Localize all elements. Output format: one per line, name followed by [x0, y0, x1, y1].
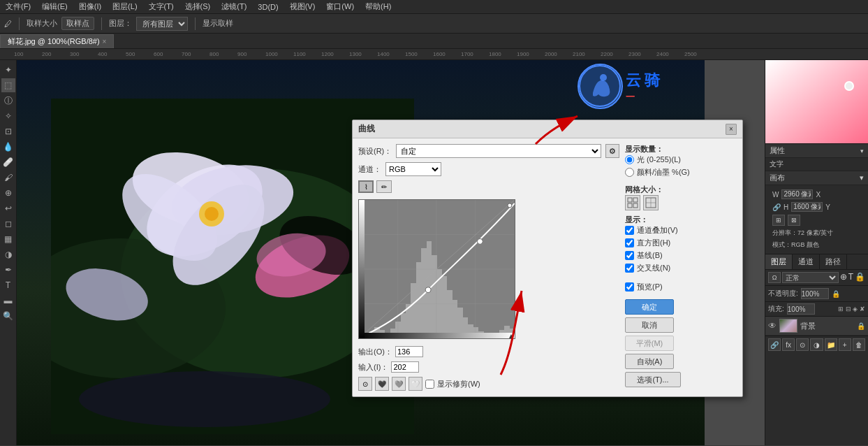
menu-item-image[interactable]: 图像(I): [76, 1, 104, 12]
tab-layers[interactable]: 图层: [765, 254, 793, 269]
show-clip-checkbox[interactable]: [425, 380, 434, 389]
text-prop-row[interactable]: 文字: [765, 158, 868, 171]
grid-size-label: 网格大小：: [625, 185, 737, 195]
curve-eyedropper-black[interactable]: 🖤: [375, 377, 389, 391]
width-input[interactable]: [781, 189, 813, 199]
bottom-triangle: ▲: [508, 332, 515, 340]
eraser-tool[interactable]: ◻: [1, 217, 15, 231]
dialog-titlebar: 曲线 ×: [353, 120, 742, 138]
props-panel-title[interactable]: 属性 ▾: [765, 144, 868, 158]
history-brush-tool[interactable]: ↩: [1, 201, 15, 215]
zoom-tool[interactable]: 🔍: [1, 309, 15, 323]
gradient-tool[interactable]: ▦: [1, 232, 15, 246]
preset-label: 预设(R)：: [358, 146, 392, 157]
layer-item-background[interactable]: 👁 背景 🔒: [765, 317, 868, 336]
menu-item-select[interactable]: 选择(S): [182, 1, 214, 12]
auto-button[interactable]: 自动(A): [625, 354, 674, 369]
check-crosshair[interactable]: [625, 264, 634, 273]
sample-size-btn[interactable]: 取样点: [61, 17, 94, 30]
color-gradient[interactable]: [765, 60, 868, 143]
add-mask-btn[interactable]: ⊙: [796, 338, 809, 351]
add-style-btn[interactable]: fx: [782, 338, 795, 351]
grid-btn-large[interactable]: [643, 195, 659, 210]
check-baseline[interactable]: [625, 251, 634, 260]
check-channel-overlay[interactable]: [625, 226, 634, 235]
clone-tool[interactable]: ⊕: [1, 186, 15, 200]
brush-tool[interactable]: 🖌: [1, 171, 15, 185]
new-adjustment-btn[interactable]: ◑: [810, 338, 823, 351]
lasso-tool[interactable]: ⓛ: [1, 94, 15, 108]
menu-item-file[interactable]: 文件(F): [3, 1, 34, 12]
output-input[interactable]: [395, 346, 423, 357]
menu-item-edit[interactable]: 编辑(E): [39, 1, 71, 12]
pen-tool[interactable]: ✒: [1, 263, 15, 277]
props-chevron-icon: ▾: [860, 148, 864, 154]
curve-tool-bottom-1[interactable]: ⊙: [358, 377, 372, 391]
dialog-title: 曲线: [358, 123, 375, 135]
right-panel: 属性 ▾ 文字 画布 ▾ W X 🔗 H Y ⊞: [765, 60, 868, 445]
height-input[interactable]: [791, 202, 823, 212]
dodge-tool[interactable]: ◑: [1, 247, 15, 261]
cancel-button[interactable]: 取消: [625, 317, 674, 333]
x-label: X: [816, 191, 821, 199]
radio-pigment[interactable]: [625, 168, 634, 177]
menu-item-window[interactable]: 窗口(W): [323, 1, 357, 12]
dialog-close-button[interactable]: ×: [726, 124, 737, 135]
grid-size-section: 网格大小：: [625, 182, 737, 210]
patch-tool[interactable]: 🩹: [1, 155, 15, 169]
link-layers-btn[interactable]: 🔗: [768, 338, 781, 351]
curve-graph[interactable]: ▲: [358, 199, 515, 339]
sample-size-label: 取样大小: [27, 18, 57, 29]
eyedropper-tool[interactable]: 💧: [1, 140, 15, 154]
check-preview[interactable]: [625, 282, 634, 292]
curve-eyedropper-gray[interactable]: 🩶: [392, 377, 406, 391]
options-button[interactable]: 选项(T)...: [625, 372, 681, 387]
preset-gear-button[interactable]: ⚙: [605, 144, 619, 158]
document-tab[interactable]: 鲜花.jpg @ 100%(RGB/8#) ×: [0, 34, 114, 48]
canvas-section-title[interactable]: 画布 ▾: [765, 171, 868, 185]
grid-btn-small[interactable]: [625, 195, 640, 210]
canvas-icon-btn-1[interactable]: ⊞: [772, 215, 785, 226]
text-tool[interactable]: T: [1, 278, 15, 292]
channel-select[interactable]: RGB: [385, 162, 441, 176]
curve-draw-tool[interactable]: ✏: [376, 180, 392, 193]
blend-mode-select[interactable]: 正常: [782, 272, 839, 283]
move-tool[interactable]: ✦: [1, 63, 15, 77]
quick-select-tool[interactable]: ✧: [1, 109, 15, 123]
radio-light[interactable]: [625, 155, 634, 164]
crop-tool[interactable]: ⊡: [1, 124, 15, 138]
menu-item-help[interactable]: 帮助(H): [362, 1, 394, 12]
grid-btns: [625, 195, 737, 210]
tab-paths[interactable]: 路径: [820, 254, 847, 269]
lock-icon[interactable]: 🔗: [772, 203, 781, 211]
menu-item-filter[interactable]: 滤镜(T): [219, 1, 249, 12]
menu-item-text[interactable]: 文字(T): [146, 1, 177, 12]
delete-layer-btn[interactable]: 🗑: [853, 338, 865, 351]
layer-visibility-icon[interactable]: 👁: [768, 321, 777, 331]
ok-button[interactable]: 确定: [625, 299, 674, 315]
preset-select[interactable]: 自定: [396, 144, 601, 158]
display-qty-section: 显示数量： 光 (0-255)(L) 颜料/油墨 %(G): [625, 144, 737, 178]
fill-input[interactable]: [787, 303, 815, 315]
tab-bar: 鲜花.jpg @ 100%(RGB/8#) ×: [0, 34, 868, 49]
new-layer-btn[interactable]: +: [839, 338, 851, 351]
show-clip-row: 显示修剪(W): [425, 379, 480, 389]
shape-tool[interactable]: ▬: [1, 294, 15, 308]
marquee-tool[interactable]: ⬚: [1, 78, 15, 92]
tab-channels[interactable]: 通道: [793, 254, 820, 269]
input-input[interactable]: [391, 361, 419, 373]
menu-item-view[interactable]: 视图(V): [287, 1, 318, 12]
smooth-button[interactable]: 平滑(M): [625, 336, 674, 351]
check-histogram[interactable]: [625, 238, 634, 247]
layer-select[interactable]: 所有图层: [136, 17, 188, 31]
menu-item-3d[interactable]: 3D(D): [255, 3, 281, 11]
opacity-input[interactable]: [801, 288, 829, 299]
curve-point-tool[interactable]: ⌇: [358, 180, 374, 193]
color-cursor: [844, 81, 854, 91]
filter-type-btn[interactable]: Ω: [768, 272, 781, 283]
canvas-icon-btn-2[interactable]: ⊠: [788, 215, 800, 226]
menu-item-layer[interactable]: 图层(L): [110, 1, 140, 12]
new-group-btn[interactable]: 📁: [825, 338, 837, 351]
curve-eyedropper-white[interactable]: 🤍: [409, 377, 422, 391]
tab-close-btn[interactable]: ×: [103, 38, 107, 45]
